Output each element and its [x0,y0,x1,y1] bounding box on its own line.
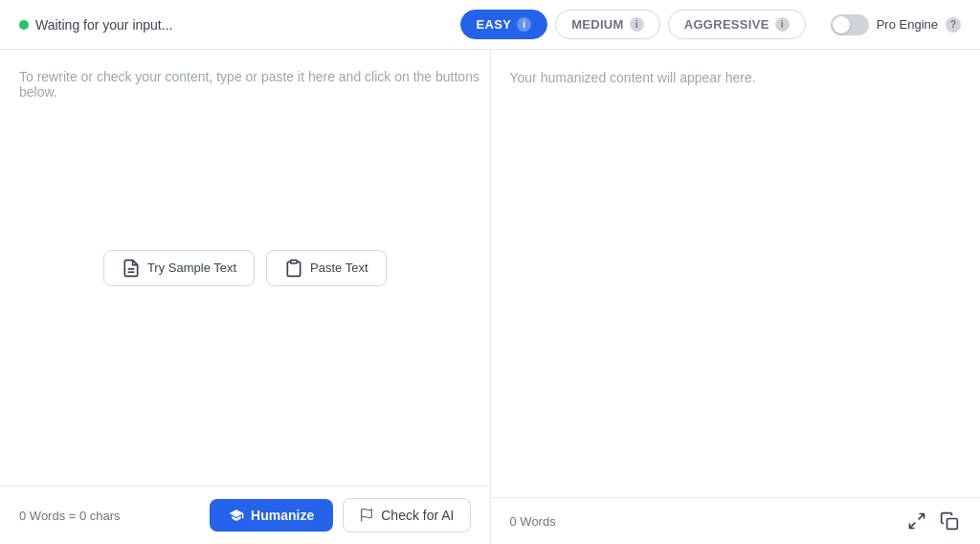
mode-easy-button[interactable]: EASY i [460,10,548,39]
aggressive-info-icon: i [775,17,790,32]
editor-area[interactable]: To rewrite or check your content, type o… [0,50,490,486]
try-sample-button[interactable]: Try Sample Text [103,250,255,286]
aggressive-label: AGGRESSIVE [684,17,769,32]
document-icon [122,259,141,278]
header: Waiting for your input... EASY i MEDIUM … [0,0,980,50]
sample-buttons: Try Sample Text Paste Text [103,250,387,286]
pro-engine-switch[interactable] [831,14,869,35]
toggle-knob [833,16,850,34]
humanize-label: Humanize [251,508,314,523]
svg-rect-2 [291,260,298,262]
main-content: To rewrite or check your content, type o… [0,50,980,544]
status-text: Waiting for your input... [35,17,172,33]
check-ai-button[interactable]: Check for AI [343,498,470,533]
copy-button[interactable] [938,510,961,533]
mode-aggressive-button[interactable]: AGGRESSIVE i [668,10,806,39]
mode-medium-button[interactable]: MEDIUM i [555,10,660,39]
copy-icon [940,511,959,531]
graduation-icon [229,508,244,523]
status-indicator: Waiting for your input... [19,17,451,33]
pro-engine-info-icon[interactable]: ? [946,17,961,33]
output-placeholder: Your humanized content will appear here. [510,70,756,85]
output-area: Your humanized content will appear here. [491,50,981,497]
svg-line-4 [919,514,924,520]
editor-placeholder: To rewrite or check your content, type o… [19,69,490,100]
word-char-count: 0 Words = 0 chars [19,509,200,523]
clipboard-icon [284,259,303,278]
status-dot-icon [19,20,29,30]
paste-text-button[interactable]: Paste Text [266,250,386,286]
medium-label: MEDIUM [571,17,624,32]
expand-icon [907,511,926,531]
paste-text-label: Paste Text [310,261,368,275]
right-panel: Your humanized content will appear here.… [491,50,981,544]
easy-info-icon: i [517,17,531,32]
check-ai-label: Check for AI [381,508,454,523]
expand-button[interactable] [905,510,928,533]
left-panel: To rewrite or check your content, type o… [0,50,491,544]
mode-buttons: EASY i MEDIUM i AGGRESSIVE i [460,10,806,39]
right-footer: 0 Words [491,497,981,544]
flag-icon [359,508,374,523]
pro-engine-label: Pro Engine [877,17,938,32]
easy-label: EASY [477,17,512,32]
right-footer-actions [905,510,961,533]
humanize-button[interactable]: Humanize [210,499,333,532]
svg-line-5 [910,523,916,529]
svg-rect-6 [947,519,958,530]
pro-engine-toggle: Pro Engine ? [831,14,961,35]
output-word-count: 0 Words [510,514,556,529]
medium-info-icon: i [630,17,644,32]
left-footer: 0 Words = 0 chars Humanize Check for AI [0,486,490,544]
try-sample-label: Try Sample Text [147,261,236,275]
